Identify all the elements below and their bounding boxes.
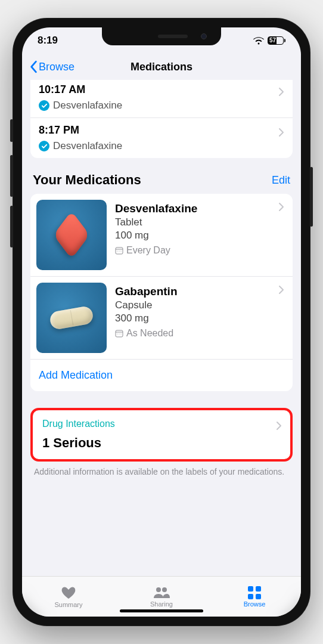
medication-row[interactable]: Gabapentin Capsule 300 mg As Needed — [30, 276, 293, 359]
tablet-icon — [54, 211, 90, 259]
svg-rect-12 — [248, 594, 253, 599]
tab-summary[interactable]: Summary — [22, 577, 115, 617]
back-label: Browse — [39, 61, 74, 73]
section-title: Your Medications — [33, 172, 141, 188]
svg-point-3 — [120, 250, 121, 251]
phone-frame: 8:19 57 Browse Medications 10:17 AM — [13, 18, 310, 626]
medication-form: Tablet — [115, 216, 197, 228]
home-indicator[interactable] — [120, 609, 203, 612]
log-med-name: Desvenlafaxine — [53, 100, 122, 112]
log-row[interactable]: 8:17 PM Desvenlafaxine — [30, 117, 293, 158]
svg-point-9 — [162, 587, 167, 592]
chevron-right-icon — [278, 202, 284, 214]
content: 10:17 AM Desvenlafaxine 8:17 PM Desvenla… — [22, 80, 301, 576]
medication-name: Gabapentin — [115, 285, 178, 298]
log-row[interactable]: 10:17 AM Desvenlafaxine — [30, 80, 293, 117]
calendar-icon — [115, 329, 123, 338]
chevron-left-icon — [29, 60, 38, 73]
medication-row[interactable]: Desvenlafaxine Tablet 100 mg Every Day — [30, 194, 293, 276]
check-icon — [39, 100, 49, 111]
add-medication-button[interactable]: Add Medication — [30, 359, 293, 391]
svg-point-5 — [117, 333, 117, 334]
medication-schedule: Every Day — [126, 245, 170, 256]
grid-icon — [248, 586, 261, 599]
svg-point-8 — [156, 587, 161, 592]
medications-card: Desvenlafaxine Tablet 100 mg Every Day G… — [30, 194, 293, 391]
back-button[interactable]: Browse — [29, 60, 74, 73]
chevron-right-icon — [276, 421, 282, 433]
nav-bar: Browse Medications — [22, 54, 301, 80]
check-icon — [39, 141, 49, 151]
medication-dose: 300 mg — [115, 312, 178, 324]
tab-browse[interactable]: Browse — [208, 577, 301, 617]
log-card: 10:17 AM Desvenlafaxine 8:17 PM Desvenla… — [30, 80, 293, 158]
svg-rect-10 — [248, 586, 253, 592]
chevron-right-icon — [278, 285, 284, 297]
notch — [102, 27, 221, 45]
log-time: 10:17 AM — [39, 83, 284, 96]
people-icon — [152, 586, 171, 599]
medication-visual — [36, 283, 107, 353]
svg-point-7 — [120, 333, 121, 334]
tab-label: Summary — [54, 601, 82, 608]
svg-rect-13 — [256, 594, 261, 599]
capsule-icon — [49, 305, 94, 330]
battery-icon: 57 — [268, 36, 285, 45]
tab-label: Sharing — [150, 600, 173, 608]
medication-name: Desvenlafaxine — [115, 202, 197, 215]
tab-label: Browse — [244, 600, 266, 608]
log-med-name: Desvenlafaxine — [53, 140, 122, 152]
svg-point-6 — [119, 333, 119, 334]
medication-visual — [36, 200, 107, 270]
edit-button[interactable]: Edit — [272, 174, 290, 187]
chevron-right-icon — [278, 87, 284, 99]
drug-interactions-label: Drug Interactions — [42, 419, 281, 429]
medication-dose: 100 mg — [115, 230, 197, 242]
chevron-right-icon — [278, 128, 284, 140]
svg-point-1 — [117, 250, 117, 251]
page-title: Medications — [131, 61, 192, 73]
svg-rect-11 — [256, 586, 261, 592]
status-time: 8:19 — [38, 35, 58, 47]
drug-interactions-card[interactable]: Drug Interactions 1 Serious — [30, 408, 293, 462]
log-time: 8:17 PM — [39, 124, 284, 137]
medication-form: Capsule — [115, 299, 178, 311]
medication-schedule: As Needed — [126, 328, 173, 339]
wifi-icon — [253, 37, 264, 45]
disclaimer-text: Additional information is available on t… — [34, 466, 289, 478]
heart-icon — [61, 586, 76, 600]
svg-point-2 — [119, 250, 119, 251]
drug-interactions-count: 1 Serious — [42, 435, 281, 451]
calendar-icon — [115, 246, 123, 255]
screen: 8:19 57 Browse Medications 10:17 AM — [22, 27, 301, 617]
